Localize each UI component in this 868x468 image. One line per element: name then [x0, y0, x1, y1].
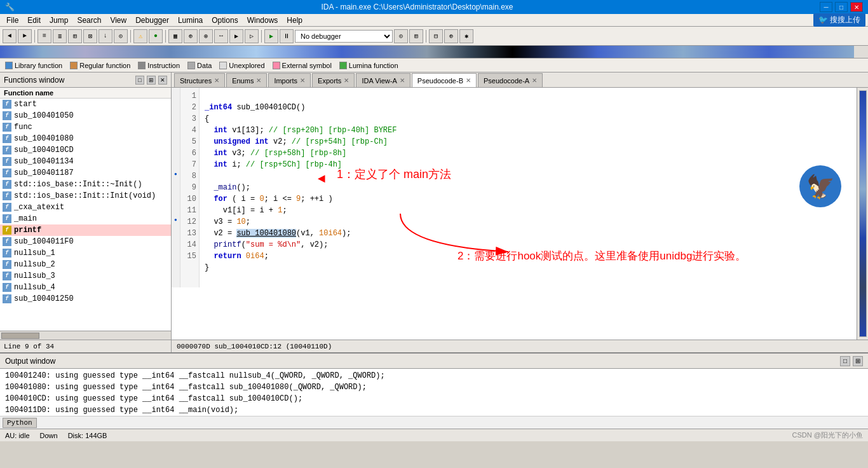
code-vscrollbar[interactable]	[857, 88, 868, 340]
tb-dbg-5[interactable]: ✱	[459, 29, 473, 43]
func-item-sub1004011F0[interactable]: f sub_1004011F0	[0, 236, 171, 247]
tab-exports-close[interactable]: ✕	[344, 77, 349, 84]
panel-restore-icon[interactable]: □	[135, 76, 144, 85]
tb-dbg-2[interactable]: ⊞	[409, 29, 423, 43]
legend-unexplored-label: Unexplored	[229, 62, 264, 69]
func-list-hscrollbar[interactable]	[0, 331, 171, 340]
code-area: Structures ✕ Enums ✕ Imports ✕ Exports ✕…	[172, 72, 868, 352]
code-vscroll-track[interactable]	[859, 90, 867, 337]
functions-panel: Functions window □ ⊞ ✕ Function name f s…	[0, 72, 172, 352]
func-item-sub100401187[interactable]: f sub_100401187	[0, 167, 171, 179]
func-item-start[interactable]: f start	[0, 99, 171, 110]
play-button[interactable]: ▶	[264, 29, 278, 43]
legend-regular-dot	[70, 62, 78, 69]
tab-enums-close[interactable]: ✕	[256, 77, 261, 84]
legend-lumina: Lumina function	[339, 62, 398, 69]
code-view[interactable]: ● ● 1 2 3 4 5 6	[172, 88, 868, 340]
panel-close-icon[interactable]: ✕	[158, 76, 167, 85]
menu-view[interactable]: View	[106, 15, 130, 25]
func-list-scrollthumb[interactable]	[1, 333, 39, 339]
lumina-upload-button[interactable]: 🐦 搜搜上传	[813, 13, 865, 27]
tab-pseudocode-b-close[interactable]: ✕	[466, 77, 471, 84]
pause-button[interactable]: ⏸	[280, 29, 294, 43]
output-restore-button[interactable]: □	[840, 356, 850, 366]
status-bar: AU: idle Down Disk: 144GB CSDN @阳光下的小鱼	[0, 429, 868, 441]
tb-btn-7[interactable]: ⚠	[133, 29, 147, 43]
func-item-sub100401080[interactable]: f sub_100401080	[0, 133, 171, 144]
tab-structures[interactable]: Structures ✕	[174, 73, 225, 87]
tab-imports[interactable]: Imports ✕	[268, 73, 311, 87]
func-item-sub100401134[interactable]: f sub_100401134	[0, 156, 171, 167]
menu-lumina[interactable]: Lumina	[174, 15, 207, 25]
func-item-main[interactable]: f _main	[0, 213, 171, 224]
func-name-ios-init-ctor: std::ios_base::Init::Init(void)	[14, 191, 156, 200]
function-list[interactable]: f start f sub_100401050 f func f sub_100…	[0, 99, 171, 331]
tb-btn-11[interactable]: ⊗	[199, 29, 213, 43]
panel-detach-icon[interactable]: ⊞	[147, 76, 156, 85]
tab-pseudocode-a[interactable]: Pseudocode-A ✕	[478, 73, 543, 87]
ln-2: 2	[183, 102, 196, 113]
func-item-nullsub2[interactable]: f nullsub_2	[0, 259, 171, 270]
menu-debugger[interactable]: Debugger	[132, 15, 173, 25]
menu-jump[interactable]: Jump	[46, 15, 72, 25]
func-item-nullsub4[interactable]: f nullsub_4	[0, 282, 171, 293]
func-item-func[interactable]: f func	[0, 121, 171, 133]
func-item-sub1004010CD[interactable]: f sub_1004010CD	[0, 144, 171, 156]
output-content: 100401240: using guessed type __int64 __…	[0, 369, 868, 416]
tb-btn-2[interactable]: ≣	[53, 29, 67, 43]
back-button[interactable]: ◄	[3, 29, 17, 43]
forward-button[interactable]: ►	[18, 29, 32, 43]
func-item-ios-init-ctor[interactable]: f std::ios_base::Init::Init(void)	[0, 190, 171, 202]
menu-options[interactable]: Options	[208, 15, 241, 25]
tb-btn-1[interactable]: ≡	[37, 29, 51, 43]
tab-exports[interactable]: Exports ✕	[312, 73, 355, 87]
menu-search[interactable]: Search	[73, 15, 105, 25]
menu-help[interactable]: Help	[283, 15, 306, 25]
func-item-printf[interactable]: f printf	[0, 224, 171, 236]
ln-3: 3	[183, 113, 196, 125]
tab-pseudocode-b[interactable]: Pseudocode-B ✕	[412, 73, 477, 87]
func-item-ios-init-dtor[interactable]: f std::ios_base::Init::~Init()	[0, 179, 171, 190]
tb-btn-13[interactable]: ▶	[229, 29, 243, 43]
tb-dbg-1[interactable]: ⊙	[394, 29, 408, 43]
tab-ida-view-a[interactable]: IDA View-A ✕	[356, 73, 410, 87]
code-content[interactable]: _int64 sub_1004010CD() { int v1[13]; // …	[200, 88, 868, 287]
gutter-5	[172, 134, 180, 145]
tab-ida-view-a-close[interactable]: ✕	[400, 77, 405, 84]
python-input-field[interactable]	[39, 418, 865, 427]
maximize-button[interactable]: □	[835, 2, 848, 12]
tb-dbg-3[interactable]: ⊟	[429, 29, 443, 43]
minimize-button[interactable]: ─	[820, 2, 832, 12]
close-button[interactable]: ✕	[850, 2, 863, 12]
tb-btn-10[interactable]: ⊕	[184, 29, 198, 43]
tb-btn-14[interactable]: ▷	[245, 29, 259, 43]
tab-imports-close[interactable]: ✕	[300, 77, 305, 84]
func-icon-sub1004011F0: f	[3, 237, 11, 246]
menu-file[interactable]: File	[3, 15, 22, 25]
tb-btn-6[interactable]: ⊙	[114, 29, 128, 43]
code-status-text: 0000070D sub_1004010CD:12 (10040110D)	[177, 343, 332, 350]
tb-dbg-4[interactable]: ⊕	[444, 29, 458, 43]
tab-pseudocode-a-close[interactable]: ✕	[532, 77, 537, 84]
tb-btn-12[interactable]: ↔	[214, 29, 228, 43]
menu-windows[interactable]: Windows	[243, 15, 282, 25]
tb-btn-8[interactable]: ●	[149, 29, 163, 43]
watermark-text: CSDN @阳光下的小鱼	[792, 430, 863, 440]
tb-btn-4[interactable]: ⊠	[83, 29, 97, 43]
func-item-nullsub3[interactable]: f nullsub_3	[0, 270, 171, 282]
func-name-printf: printf	[14, 226, 41, 235]
output-detach-button[interactable]: ⊞	[853, 356, 863, 366]
menu-edit[interactable]: Edit	[24, 15, 44, 25]
tb-btn-9[interactable]: ▦	[168, 29, 182, 43]
tab-enums[interactable]: Enums ✕	[226, 73, 267, 87]
tab-structures-close[interactable]: ✕	[214, 77, 219, 84]
func-item-sub100401050[interactable]: f sub_100401050	[0, 110, 171, 121]
debugger-select[interactable]: No debugger Local Windows debugger	[295, 30, 393, 43]
func-name-ios-init-dtor: std::ios_base::Init::~Init()	[14, 180, 142, 189]
func-item-sub100401250[interactable]: f sub_100401250	[0, 293, 171, 305]
output-header: Output window □ ⊞	[0, 354, 868, 369]
func-item-cxa-atexit[interactable]: f _cxa_atexit	[0, 202, 171, 213]
tb-btn-5[interactable]: ↓	[98, 29, 112, 43]
tb-btn-3[interactable]: ⊞	[68, 29, 82, 43]
func-item-nullsub1[interactable]: f nullsub_1	[0, 247, 171, 259]
